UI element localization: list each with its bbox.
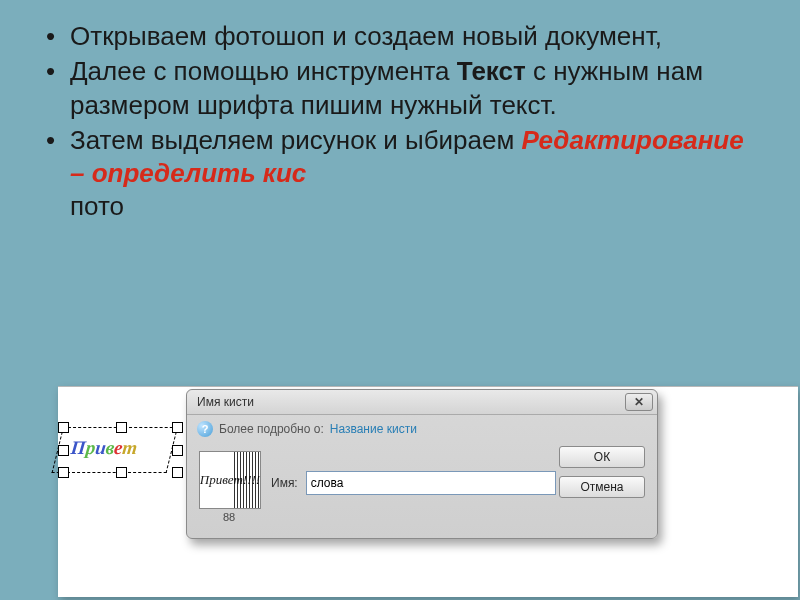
bullet-2: Далее с помощью инструмента Текст с нужн… (44, 55, 756, 122)
dialog-info-link[interactable]: Название кисти (330, 422, 417, 436)
bullet-1-text: Открываем фотошоп и создаем новый докуме… (70, 21, 662, 51)
name-row: Имя: (271, 471, 556, 495)
ok-button[interactable]: ОК (559, 446, 645, 468)
dialog-titlebar[interactable]: Имя кисти ✕ (187, 390, 657, 415)
canvas-sample-text: Привет (70, 437, 138, 459)
handle-bot-right[interactable] (172, 467, 183, 478)
bullet-2-bold: Текст (457, 56, 526, 86)
close-icon: ✕ (634, 395, 644, 409)
dialog-title-text: Имя кисти (197, 395, 254, 409)
bullet-1: Открываем фотошоп и создаем новый докуме… (44, 20, 756, 53)
slide-body: Открываем фотошоп и создаем новый докуме… (0, 0, 800, 224)
brush-name-input[interactable] (306, 471, 556, 495)
handle-bot-mid[interactable] (116, 467, 127, 478)
bullet-3: Затем выделяем рисунок и ыбираем Редакти… (44, 124, 756, 224)
cancel-button[interactable]: Отмена (559, 476, 645, 498)
handle-bot-left[interactable] (58, 467, 69, 478)
handle-top-mid[interactable] (116, 422, 127, 433)
info-icon: ? (197, 421, 213, 437)
brush-thumbnail-image: Привет!!!! (199, 451, 261, 509)
handle-mid-right[interactable] (172, 445, 183, 456)
dialog-info-prefix: Более подробно о: (219, 422, 324, 436)
dialog-info-row: ? Более подробно о: Название кисти (187, 415, 657, 443)
handle-mid-left[interactable] (58, 445, 69, 456)
bullet-2-pre: Далее с помощью инструмента (70, 56, 457, 86)
handle-top-right[interactable] (172, 422, 183, 433)
dialog-buttons: ОК Отмена (559, 446, 645, 498)
illustration-panel: Привет Имя кисти ✕ ? Более подробно о: Н… (58, 386, 798, 597)
name-label: Имя: (271, 476, 298, 490)
canvas-transform-sample: Привет (63, 427, 178, 473)
close-button[interactable]: ✕ (625, 393, 653, 411)
handle-top-left[interactable] (58, 422, 69, 433)
bullet-3-tail: пото (70, 191, 124, 221)
brush-thumb-caption: 88 (199, 511, 259, 523)
bullet-3-pre: Затем выделяем рисунок и ыбираем (70, 125, 522, 155)
bullet-list: Открываем фотошоп и создаем новый докуме… (44, 20, 756, 224)
brush-thumbnail: Привет!!!! 88 (199, 451, 259, 523)
brush-thumb-stripes (234, 452, 260, 508)
brush-name-dialog: Имя кисти ✕ ? Более подробно о: Название… (186, 389, 658, 539)
